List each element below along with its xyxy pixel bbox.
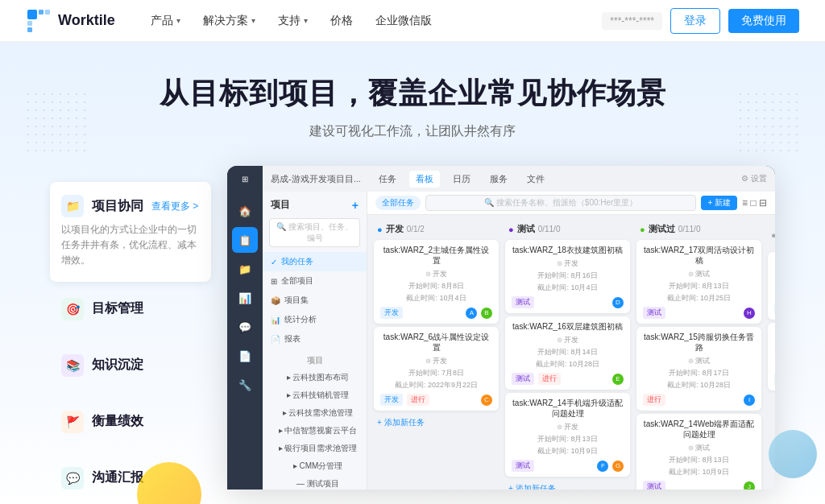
svg-rect-4 [27, 27, 32, 32]
card-end: 截止时间: 10月4日 [512, 283, 624, 293]
nav-wechat[interactable]: 企业微信版 [366, 9, 442, 33]
kanban-card: task:WARZ_2主城任务属性设置 ⊙ 开发 开始时间: 8月8日 截止时间… [374, 240, 499, 324]
card-tag: 开发 [380, 394, 403, 406]
list-item[interactable]: ▸ 中信智慧视窗云平台 [263, 422, 367, 440]
hero-section: 从目标到项目，覆盖企业常见协作场景 建设可视化工作流，让团队井然有序 📁 项目协… [0, 42, 825, 504]
login-button[interactable]: 登录 [670, 8, 720, 34]
app-sidebar-header: ⊞ [227, 166, 263, 192]
settings-icon[interactable]: ⚙ 设置 [741, 173, 767, 184]
goal-icon: 🎯 [61, 298, 84, 320]
feature-item-goal[interactable]: 🎯 目标管理 [50, 285, 211, 338]
feature-name-report: 沟通汇报 [92, 469, 143, 486]
avatar: H [744, 308, 755, 319]
nav-price[interactable]: 价格 [321, 9, 363, 33]
menu-stats[interactable]: 📊 统计分析 [263, 310, 367, 329]
card-end: 截止时间: 10月25日 [643, 293, 755, 304]
kanban-card: task:WARZ_19多标签显... ⊙ 测试过 8月13日 测试过 [768, 252, 775, 320]
kanban-area: 全部任务 🔍 搜索任务名称、指派给（$00:Her里里） + 新建 ≡ □ ⊟ … [367, 192, 775, 490]
avatar: A [466, 308, 477, 319]
card-status: ⊙ 开发 [512, 258, 624, 269]
card-tag: 测试 [643, 481, 665, 490]
tab-calendar[interactable]: 日历 [446, 171, 477, 188]
tab-task[interactable]: 任务 [372, 171, 403, 188]
new-task-button[interactable]: + 新建 [701, 196, 737, 210]
decorative-circle-blue [769, 430, 817, 478]
list-item[interactable]: ▸ CMM分管理 [263, 457, 367, 475]
card-footer: 测试 H [643, 307, 755, 319]
card-status: ⊙ 开发 [512, 422, 624, 432]
col-name-develop: 开发 [386, 223, 404, 235]
chevron-down-icon: ▾ [251, 16, 255, 25]
sidebar-docs[interactable]: 📊 [232, 285, 258, 311]
svg-rect-0 [27, 10, 37, 19]
card-status: ⊙ 测试 [643, 356, 755, 366]
logo[interactable]: Worktile [26, 8, 115, 34]
project-icon: 📁 [61, 195, 84, 217]
card-tag: 测试 [512, 460, 534, 472]
kanban-toolbar: 全部任务 🔍 搜索任务名称、指派给（$00:Her里里） + 新建 ≡ □ ⊟ [367, 192, 775, 215]
tab-file[interactable]: 文件 [520, 171, 551, 188]
card-footer: 测试过 [774, 303, 775, 315]
view-options[interactable]: ≡ □ ⊟ [742, 197, 767, 209]
menu-my-tasks[interactable]: ✓ 我的任务 [263, 252, 367, 271]
menu-report[interactable]: 📄 报表 [263, 329, 367, 349]
project-set-icon: 📦 [271, 296, 280, 305]
sidebar-project[interactable]: 📋 [232, 227, 258, 253]
add-task-button[interactable]: + 添加新任务 [374, 414, 499, 432]
nav-items: 产品 ▾ 解决方案 ▾ 支持 ▾ 价格 企业微信版 [141, 9, 603, 33]
add-project-icon[interactable]: + [352, 199, 359, 212]
tab-kanban[interactable]: 看板 [409, 171, 440, 188]
nav-product[interactable]: 产品 ▾ [141, 9, 190, 33]
project-search[interactable]: 🔍 搜索项目、任务、编号 [269, 218, 360, 247]
add-task-button-2[interactable]: + 添加新任务 [505, 480, 630, 490]
kanban-search[interactable]: 🔍 搜索任务名称、指派给（$00:Her里里） [425, 195, 696, 211]
card-tag: 进行 [643, 394, 665, 406]
card-tag: 测试 [512, 373, 534, 385]
card-start: 开始时间: 7月8日 [380, 368, 492, 378]
sidebar-report[interactable]: 📄 [232, 343, 258, 369]
menu-project-set[interactable]: 📦 项目集 [263, 291, 367, 310]
avatar: D [612, 297, 624, 308]
tab-service[interactable]: 服务 [483, 171, 514, 188]
card-footer: 进行 I [643, 394, 755, 406]
free-trial-button[interactable]: 免费使用 [728, 9, 799, 33]
feature-item-knowledge[interactable]: 📚 知识沉淀 [50, 341, 211, 395]
list-item[interactable]: — 测试项目 [263, 475, 367, 490]
performance-icon: 🚩 [61, 411, 84, 433]
sidebar-task[interactable]: 📁 [232, 256, 258, 282]
feature-name-goal: 目标管理 [92, 300, 143, 317]
nav-solution[interactable]: 解决方案 ▾ [193, 9, 265, 33]
feature-item-project[interactable]: 📁 项目协同 查看更多 > 以项目化的方式让企业中的一切任务井井有条，优化流程、… [50, 182, 211, 282]
list-item[interactable]: ▸ 银行项目需求池管理 [263, 440, 367, 457]
sidebar-settings[interactable]: 🔧 [232, 372, 258, 398]
card-date: 8月13日 [774, 289, 775, 300]
card-end: 截止时间: 10月4日 [380, 293, 492, 304]
nav-support[interactable]: 支持 ▾ [268, 9, 317, 33]
card-footer: 测试 进行 E [512, 373, 624, 385]
kanban-card: task:WARZ_15跨服切换任务晋路 ⊙ 测试 开始时间: 8月17日 截止… [636, 327, 761, 411]
list-item[interactable]: ▸ 云科技销机管理 [263, 386, 367, 404]
app-logo-small: ⊞ [242, 175, 248, 184]
filter-tag[interactable]: 全部任务 [375, 196, 421, 210]
feature-header-knowledge: 📚 知识沉淀 [61, 354, 200, 377]
kanban-card: task:WARZ_17双周活动设计初稿 ⊙ 测试 开始时间: 8月13日 截止… [636, 240, 761, 324]
list-item[interactable]: ▸ 云科技图布布司 [263, 369, 367, 386]
my-tasks-icon: ✓ [271, 258, 277, 266]
feature-header-goal: 🎯 目标管理 [61, 298, 200, 320]
app-tabs-bar: 易成-游戏开发项目目... 任务 看板 日历 服务 文件 ⚙ 设置 [263, 166, 775, 192]
list-item[interactable]: ▸ 云科技需求池管理 [263, 404, 367, 422]
card-tag: 测试 [643, 307, 665, 319]
card-footer: 测试 F G [512, 460, 624, 472]
feature-name-performance: 衡量绩效 [92, 413, 143, 430]
feature-item-performance[interactable]: 🚩 衡量绩效 [50, 398, 211, 451]
card-footer: 测试过 [774, 374, 775, 386]
sidebar-chat[interactable]: 💬 [232, 314, 258, 340]
card-footer: 测试 D [512, 296, 624, 308]
decorative-dots-right [736, 90, 801, 155]
navbar-right: ***-***-**** 登录 免费使用 [602, 8, 799, 34]
features-sidebar: 📁 项目协同 查看更多 > 以项目化的方式让企业中的一切任务井井有条，优化流程、… [50, 166, 227, 504]
menu-all-projects[interactable]: ⊞ 全部项目 [263, 271, 367, 291]
sidebar-home[interactable]: 🏠 [232, 198, 258, 224]
feature-more-project[interactable]: 查看更多 > [151, 200, 198, 213]
project-panel-title: 项目 [271, 198, 290, 212]
